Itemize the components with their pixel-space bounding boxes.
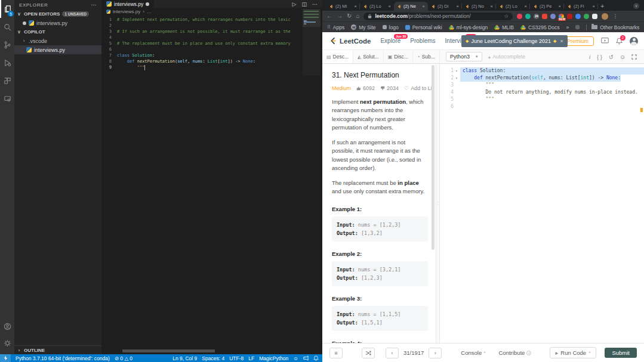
breadcrumb[interactable]: interviews.py › … <box>101 8 322 15</box>
search-icon[interactable] <box>0 18 14 36</box>
bookmark-item[interactable]: Personal wiki <box>405 24 442 30</box>
autocomplete-toggle[interactable]: ◆ Autocomplete <box>488 54 526 60</box>
code-line[interactable]: 8 def nextPermutation(self, nums: List[i… <box>101 58 322 64</box>
submit-button[interactable]: Submit <box>605 348 637 358</box>
code-line[interactable]: 4 <box>101 35 322 41</box>
notifications-bell-icon[interactable]: 2 <box>616 38 623 45</box>
challenge-toast[interactable]: ◆ June LeetCoding Challenge 2021 ◆ × <box>461 35 568 47</box>
code-line[interactable]: 5# The replacement must be in place and … <box>101 41 322 47</box>
remote-explorer-icon[interactable] <box>0 89 14 107</box>
fold-arrow-icon[interactable]: ▾ <box>455 75 460 82</box>
evernote-icon[interactable] <box>525 14 531 19</box>
code-line[interactable]: 3 """ <box>440 82 644 89</box>
modified-dot-icon[interactable] <box>146 2 149 6</box>
bookmark-item[interactable]: WMy Site <box>351 24 375 30</box>
fold-arrow-icon[interactable]: ▾ <box>455 67 460 75</box>
settings-gear-icon[interactable] <box>0 334 14 352</box>
code-line[interactable]: 6 <box>101 47 322 52</box>
user-avatar[interactable] <box>630 37 638 45</box>
notifications-bell-icon[interactable] <box>313 355 319 361</box>
tab-close-icon[interactable]: × <box>524 4 527 9</box>
code-line[interactable]: 5 """ <box>440 96 644 103</box>
bookmark-item[interactable]: CS3295 Docs <box>520 24 559 30</box>
bookmark-favicon-only[interactable] <box>575 25 580 29</box>
panel-splitter[interactable]: ⋮ <box>436 64 440 343</box>
likes[interactable]: 6092 <box>356 85 375 91</box>
code-editor[interactable]: 1# Implement next permutation, which rea… <box>101 15 322 70</box>
red-plus-icon[interactable] <box>542 14 547 19</box>
tab-close-icon[interactable]: × <box>490 4 493 9</box>
code-line[interactable]: 7class Solution: <box>101 52 322 58</box>
code-line[interactable]: 2 <box>101 23 322 29</box>
run-debug-icon[interactable] <box>0 54 14 72</box>
browser-tab[interactable]: (2) Di× <box>428 2 462 11</box>
online-interview-icon[interactable] <box>601 38 609 44</box>
info-icon[interactable]: i <box>589 54 590 60</box>
folder-vscode[interactable]: › .vscode <box>14 36 101 45</box>
run-file-icon[interactable]: ▷ <box>292 1 297 7</box>
feedback-smiley-icon[interactable]: ☺ <box>293 355 298 361</box>
tab-interviews-py[interactable]: interviews.py <box>101 0 154 8</box>
dislikes[interactable]: 2034 <box>380 85 399 91</box>
add-to-list[interactable]: ♡ Add to Li <box>404 85 432 91</box>
browser-menu-icon[interactable]: ⋮ <box>612 13 618 19</box>
split-editor-icon[interactable]: ◫ <box>301 1 307 7</box>
status-item[interactable]: Ln 9, Col 9 <box>172 355 197 361</box>
more-actions-icon[interactable]: ⋯ <box>312 1 318 7</box>
back-icon[interactable]: ← <box>326 13 332 19</box>
rainbow-icon[interactable]: NEW <box>559 14 564 19</box>
tab-close-icon[interactable]: × <box>456 4 459 9</box>
explorer-more-actions-icon[interactable]: ⋯ <box>91 2 97 8</box>
bookmark-item[interactable]: logo <box>383 24 399 30</box>
outline-section[interactable]: › OUTLINE <box>14 345 101 354</box>
language-select[interactable]: Python3 ▾ <box>446 52 482 61</box>
code-line[interactable]: 2▾ def nextPermutation(self, nums: List[… <box>440 75 644 82</box>
tab-close-icon[interactable]: × <box>592 4 595 9</box>
problem-description-panel[interactable]: 31. Next Permutation Medium 6092 2034 ♡ … <box>326 64 434 343</box>
nav-item-explore[interactable]: ExploreJun 30 <box>380 38 400 44</box>
puzzle-icon[interactable] <box>592 14 597 19</box>
announcement-icon[interactable] <box>303 355 309 361</box>
tab-close-icon[interactable]: × <box>388 4 391 9</box>
tab-close-icon[interactable]: × <box>354 4 357 9</box>
fullscreen-icon[interactable] <box>631 54 637 60</box>
bookmark-star-icon[interactable]: ☆ <box>504 13 509 19</box>
code-line[interactable]: 1# Implement next permutation, which rea… <box>101 17 322 23</box>
bookmark-item[interactable]: ⠿Apps <box>327 24 344 30</box>
editor-settings-icon[interactable]: ⊙ <box>620 54 625 60</box>
source-control-icon[interactable] <box>0 36 14 54</box>
remote-indicator-icon[interactable] <box>0 354 11 362</box>
prev-problem-button[interactable]: ‹ <box>386 348 399 358</box>
address-bar[interactable]: leetcode.com/problems/next-permutation/ … <box>363 13 513 20</box>
random-problem-button[interactable] <box>362 348 375 358</box>
tab-discuss[interactable]: ▣Disc... <box>384 50 413 63</box>
problem-list-button[interactable]: ≡ <box>329 348 343 358</box>
maroon-icon[interactable] <box>567 14 572 19</box>
timer-icon[interactable]: 24 <box>534 14 539 19</box>
code-line[interactable]: 4 Do not return anything, modify nums in… <box>440 89 644 96</box>
forward-icon[interactable]: → <box>337 13 343 19</box>
tab-description[interactable]: ▤Desc... <box>322 50 353 63</box>
run-code-button[interactable]: ▸ Run Code ^ <box>550 347 597 358</box>
leetcode-code-editor[interactable]: 1▾class Solution:2▾ def nextPermutation(… <box>440 64 644 343</box>
code-line[interactable]: 3# If such an arrangement is not possibl… <box>101 29 322 35</box>
new-tab-button[interactable]: + <box>600 2 604 10</box>
contribute-link[interactable]: Contribute i <box>499 349 532 356</box>
tab-submissions[interactable]: ◔Sub... <box>413 50 440 63</box>
browser-tab[interactable]: (2) Lo× <box>496 2 530 11</box>
difficulty-badge[interactable]: Medium <box>332 85 351 91</box>
browser-tab[interactable]: (2) Pe× <box>530 2 564 11</box>
next-problem-button[interactable]: › <box>429 348 442 358</box>
code-line[interactable]: 9 """ <box>101 64 322 70</box>
extensions-icon[interactable] <box>0 72 14 89</box>
status-item[interactable]: MagicPython <box>259 355 288 361</box>
browser-tab[interactable]: (2) Ne× <box>394 2 428 11</box>
format-code-icon[interactable]: { } <box>597 54 602 60</box>
tab-close-icon[interactable]: × <box>558 4 561 9</box>
toast-close-icon[interactable]: × <box>560 38 563 44</box>
code-line[interactable]: 6 <box>440 103 644 110</box>
code-line[interactable]: 1▾class Solution: <box>440 67 644 75</box>
status-item[interactable]: UTF-8 <box>229 355 244 361</box>
workspace-root[interactable]: ∨ COPILOT <box>14 27 101 36</box>
pocket-icon[interactable] <box>517 14 522 19</box>
